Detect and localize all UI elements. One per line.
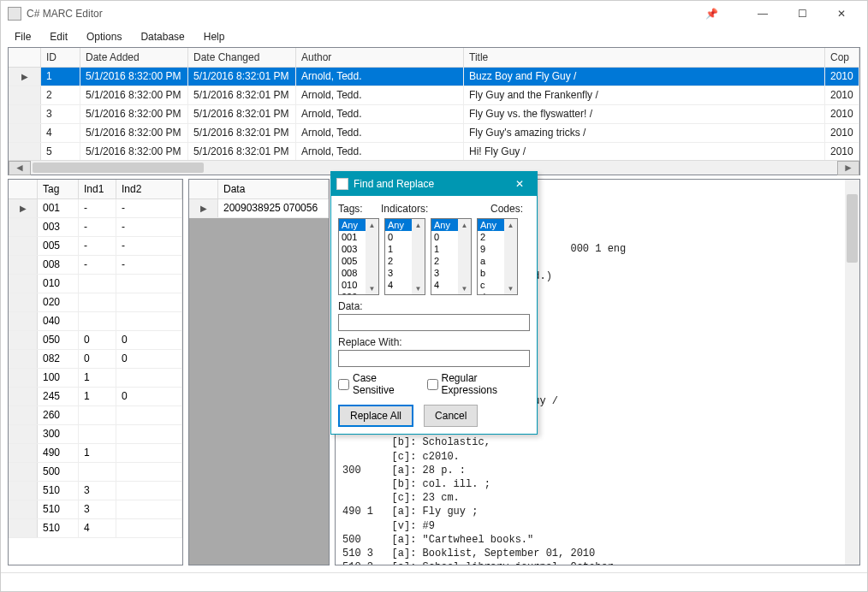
scroll-thumb[interactable]: [33, 163, 204, 173]
list-item[interactable]: a: [478, 255, 504, 267]
scroll-thumb[interactable]: [847, 194, 858, 263]
menu-help[interactable]: Help: [195, 29, 234, 44]
table-row[interactable]: 010: [9, 275, 182, 293]
table-row[interactable]: 020: [9, 293, 182, 312]
table-row[interactable]: 003--: [9, 218, 182, 237]
list-item[interactable]: 2: [478, 231, 504, 243]
menu-database[interactable]: Database: [132, 29, 193, 44]
table-row[interactable]: 24510: [9, 388, 182, 406]
table-row[interactable]: 5103: [9, 500, 182, 519]
records-grid-rows: ▶15/1/2016 8:32:00 PM5/1/2016 8:32:01 PM…: [9, 68, 859, 160]
list-item[interactable]: 3: [431, 267, 458, 279]
table-row[interactable]: ▶15/1/2016 8:32:00 PM5/1/2016 8:32:01 PM…: [9, 68, 859, 86]
marc-line: [c]: 23 cm.: [342, 491, 853, 505]
col-data[interactable]: Data: [218, 180, 329, 198]
dialog-close-button[interactable]: ✕: [508, 174, 532, 194]
table-row[interactable]: 040: [9, 312, 182, 331]
col-tag[interactable]: Tag: [38, 180, 79, 198]
indicators-label: Indicators:: [381, 203, 471, 215]
maximize-button[interactable]: ☐: [783, 2, 821, 26]
dialog-titlebar[interactable]: Find and Replace ✕: [331, 172, 537, 196]
menu-options[interactable]: Options: [78, 29, 130, 44]
menu-edit[interactable]: Edit: [41, 29, 76, 44]
col-author[interactable]: Author: [296, 48, 464, 67]
list-item[interactable]: 005: [339, 255, 366, 267]
list-item[interactable]: 1: [385, 243, 412, 255]
col-title[interactable]: Title: [464, 48, 825, 67]
list-item[interactable]: 2: [431, 255, 458, 267]
list-item[interactable]: Any: [431, 219, 458, 231]
ind1-listbox[interactable]: Any01234▲▼: [384, 218, 425, 295]
list-item[interactable]: 001: [339, 231, 366, 243]
list-item[interactable]: 9: [478, 243, 504, 255]
data-grid[interactable]: Data ▶2009038925 070056: [188, 179, 330, 565]
records-grid[interactable]: ID Date Added Date Changed Author Title …: [8, 47, 860, 175]
table-row[interactable]: 5103: [9, 482, 182, 500]
tags-grid[interactable]: Tag Ind1 Ind2 ▶001--003--005--008--01002…: [8, 179, 183, 565]
ind2-listbox[interactable]: Any01234▲▼: [431, 218, 472, 295]
col-ind1[interactable]: Ind1: [79, 180, 116, 198]
table-row[interactable]: 260: [9, 406, 182, 425]
marc-line: [b]: col. ill. ;: [342, 477, 853, 491]
table-row[interactable]: 008--: [9, 256, 182, 275]
col-copyright[interactable]: Cop: [825, 48, 859, 67]
case-sensitive-checkbox[interactable]: Case Sensitive: [338, 372, 417, 396]
cancel-button[interactable]: Cancel: [424, 405, 478, 427]
col-date-added[interactable]: Date Added: [80, 48, 188, 67]
table-row[interactable]: 005--: [9, 237, 182, 256]
data-input[interactable]: [338, 314, 530, 331]
list-item[interactable]: 4: [431, 279, 458, 291]
list-item[interactable]: d: [478, 291, 504, 295]
col-ind2[interactable]: Ind2: [116, 180, 182, 198]
list-item[interactable]: 003: [339, 243, 366, 255]
dialog-body: Tags: Indicators: Codes: Any001003005008…: [331, 196, 537, 434]
table-row[interactable]: 300: [9, 425, 182, 444]
list-item[interactable]: 1: [431, 243, 458, 255]
table-row[interactable]: 08200: [9, 350, 182, 369]
data-label: Data:: [338, 300, 530, 312]
list-item[interactable]: Any: [339, 219, 366, 231]
table-row[interactable]: 05000: [9, 331, 182, 350]
statusbar: [1, 572, 867, 591]
codes-listbox[interactable]: Any29abcd▲▼: [477, 218, 518, 295]
marc-vscroll[interactable]: [845, 180, 859, 565]
scroll-right-icon[interactable]: ►: [837, 161, 859, 175]
menu-file[interactable]: File: [6, 29, 39, 44]
table-row[interactable]: ▶001--: [9, 199, 182, 218]
scroll-left-icon[interactable]: ◄: [9, 161, 31, 175]
marc-line: 510 3 [a]: School library journal, Octob…: [342, 560, 853, 565]
list-item[interactable]: 020: [339, 291, 366, 295]
window-title: C# MARC Editor: [27, 8, 705, 20]
list-item[interactable]: 4: [385, 279, 412, 291]
regex-checkbox[interactable]: Regular Expressions: [427, 372, 530, 396]
table-row[interactable]: 25/1/2016 8:32:00 PM5/1/2016 8:32:01 PMA…: [9, 86, 859, 105]
list-item[interactable]: c: [478, 279, 504, 291]
replace-all-button[interactable]: Replace All: [338, 405, 413, 427]
table-row[interactable]: 5104: [9, 519, 182, 538]
table-row[interactable]: 500: [9, 463, 182, 482]
list-item[interactable]: 2: [385, 255, 412, 267]
minimize-button[interactable]: —: [744, 2, 782, 26]
list-item[interactable]: 3: [385, 267, 412, 279]
table-row[interactable]: 55/1/2016 8:32:00 PM5/1/2016 8:32:01 PMA…: [9, 143, 859, 160]
col-id[interactable]: ID: [41, 48, 80, 67]
pin-icon[interactable]: 📌: [705, 8, 718, 20]
list-item[interactable]: 0: [385, 231, 412, 243]
replace-with-input[interactable]: [338, 350, 530, 367]
table-row[interactable]: ▶2009038925 070056: [189, 199, 329, 218]
list-item[interactable]: Any: [385, 219, 412, 231]
list-item[interactable]: Any: [478, 219, 504, 231]
list-item[interactable]: 010: [339, 279, 366, 291]
close-button[interactable]: ✕: [823, 2, 860, 26]
list-item[interactable]: b: [478, 267, 504, 279]
tags-grid-rows: ▶001--003--005--008--0100200400500008200…: [9, 199, 182, 565]
table-row[interactable]: 45/1/2016 8:32:00 PM5/1/2016 8:32:01 PMA…: [9, 124, 859, 143]
list-item[interactable]: 008: [339, 267, 366, 279]
table-row[interactable]: 1001: [9, 369, 182, 388]
tags-listbox[interactable]: Any001003005008010020▲▼: [338, 218, 379, 295]
table-row[interactable]: 35/1/2016 8:32:00 PM5/1/2016 8:32:01 PMA…: [9, 105, 859, 124]
records-grid-header: ID Date Added Date Changed Author Title …: [9, 48, 859, 68]
table-row[interactable]: 4901: [9, 444, 182, 463]
list-item[interactable]: 0: [431, 231, 458, 243]
col-date-changed[interactable]: Date Changed: [188, 48, 296, 67]
